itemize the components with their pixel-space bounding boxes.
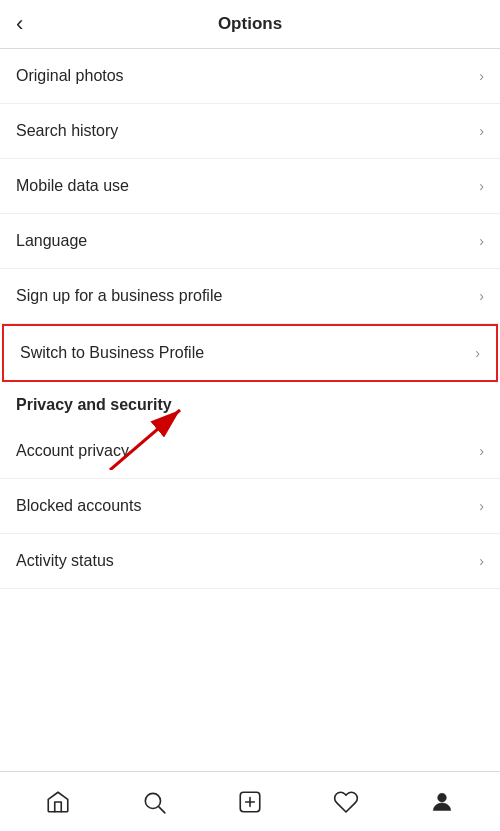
menu-label-signup-business: Sign up for a business profile bbox=[16, 287, 222, 305]
header: ‹ Options bbox=[0, 0, 500, 49]
chevron-icon: › bbox=[479, 288, 484, 304]
back-button[interactable]: ‹ bbox=[16, 13, 23, 35]
section-header-privacy: Privacy and security bbox=[0, 382, 500, 424]
chevron-icon: › bbox=[479, 68, 484, 84]
menu-label-blocked-accounts: Blocked accounts bbox=[16, 497, 141, 515]
chevron-icon: › bbox=[479, 233, 484, 249]
menu-item-original-photos[interactable]: Original photos › bbox=[0, 49, 500, 104]
section-label-privacy: Privacy and security bbox=[16, 396, 172, 413]
chevron-icon: › bbox=[479, 123, 484, 139]
nav-home-button[interactable] bbox=[34, 778, 82, 826]
menu-item-search-history[interactable]: Search history › bbox=[0, 104, 500, 159]
menu-label-original-photos: Original photos bbox=[16, 67, 124, 85]
nav-add-button[interactable] bbox=[226, 778, 274, 826]
svg-line-3 bbox=[159, 806, 165, 812]
menu-item-mobile-data[interactable]: Mobile data use › bbox=[0, 159, 500, 214]
menu-item-account-privacy[interactable]: Account privacy › bbox=[0, 424, 500, 479]
nav-profile-button[interactable] bbox=[418, 778, 466, 826]
menu-label-account-privacy: Account privacy bbox=[16, 442, 129, 460]
chevron-icon: › bbox=[479, 553, 484, 569]
chevron-icon: › bbox=[479, 178, 484, 194]
menu-label-activity-status: Activity status bbox=[16, 552, 114, 570]
menu-item-blocked-accounts[interactable]: Blocked accounts › bbox=[0, 479, 500, 534]
svg-point-2 bbox=[145, 793, 160, 808]
menu-label-language: Language bbox=[16, 232, 87, 250]
menu-item-signup-business[interactable]: Sign up for a business profile › bbox=[0, 269, 500, 324]
chevron-icon: › bbox=[479, 498, 484, 514]
nav-search-button[interactable] bbox=[130, 778, 178, 826]
chevron-icon: › bbox=[479, 443, 484, 459]
nav-likes-button[interactable] bbox=[322, 778, 370, 826]
menu-item-language[interactable]: Language › bbox=[0, 214, 500, 269]
svg-point-7 bbox=[438, 793, 447, 802]
menu-item-switch-business[interactable]: Switch to Business Profile › bbox=[2, 324, 498, 382]
menu-label-switch-business: Switch to Business Profile bbox=[20, 344, 204, 362]
menu-label-search-history: Search history bbox=[16, 122, 118, 140]
menu-item-activity-status[interactable]: Activity status › bbox=[0, 534, 500, 589]
chevron-icon: › bbox=[475, 345, 480, 361]
bottom-nav bbox=[0, 771, 500, 831]
menu-label-mobile-data: Mobile data use bbox=[16, 177, 129, 195]
page-title: Options bbox=[218, 14, 282, 34]
menu-content: Original photos › Search history › Mobil… bbox=[0, 49, 500, 589]
